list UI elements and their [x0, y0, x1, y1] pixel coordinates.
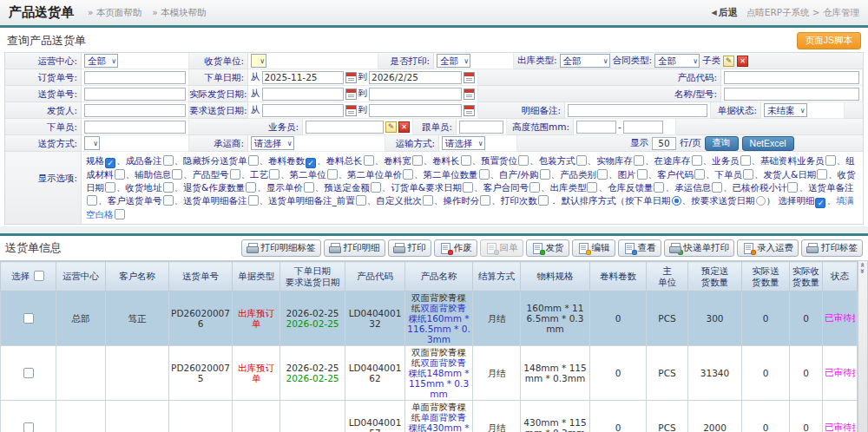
operation-center-select[interactable]: 全部∨ — [84, 54, 118, 68]
order-date-to-input[interactable] — [369, 71, 462, 84]
display-option-checkbox[interactable] — [87, 195, 97, 206]
display-option-checkbox[interactable] — [172, 169, 182, 180]
display-option-checkbox[interactable] — [540, 169, 550, 180]
salesman-input[interactable] — [306, 121, 384, 134]
row-checkbox[interactable] — [23, 368, 34, 378]
ship-button[interactable]: 发货 — [526, 239, 569, 257]
netexcel-button[interactable]: NetExcel — [742, 136, 794, 151]
display-option-checkbox[interactable] — [538, 195, 549, 206]
detail-remark-input[interactable] — [568, 104, 707, 117]
select-detail-checkbox[interactable] — [815, 198, 825, 208]
express-print-button[interactable]: 快递单打印 — [664, 239, 735, 257]
display-option-checkbox[interactable] — [269, 169, 279, 180]
calendar-icon[interactable] — [464, 88, 475, 100]
calendar-icon[interactable] — [345, 72, 357, 83]
display-option-checkbox[interactable] — [479, 169, 490, 180]
display-option-checkbox[interactable] — [304, 182, 314, 193]
display-option-checkbox[interactable] — [248, 195, 259, 206]
contract-type-select[interactable]: 全部∨ — [654, 54, 700, 68]
display-option-checkbox[interactable] — [743, 169, 753, 180]
display-option-checkbox[interactable] — [637, 169, 648, 180]
display-option-checkbox[interactable] — [246, 182, 256, 193]
display-option-checkbox[interactable] — [587, 182, 597, 193]
display-option-checkbox[interactable] — [248, 155, 259, 166]
display-option-checkbox[interactable] — [163, 182, 174, 193]
display-option-checkbox[interactable] — [597, 169, 608, 180]
required-date-to-input[interactable] — [369, 104, 462, 117]
display-option-checkbox[interactable] — [163, 155, 174, 166]
display-option-checkbox[interactable] — [463, 182, 473, 193]
delivery-method-select[interactable]: ∨ — [84, 136, 100, 150]
view-button[interactable]: 查看 — [618, 239, 661, 257]
display-option-checkbox[interactable] — [412, 155, 423, 166]
display-option-checkbox[interactable] — [712, 182, 722, 193]
receiver-select[interactable]: ∨ — [251, 54, 266, 68]
display-option-checkbox[interactable] — [694, 169, 705, 180]
sort-by-order-date-radio[interactable] — [672, 196, 681, 206]
display-option-checkbox[interactable] — [825, 155, 836, 166]
print-label-button[interactable]: 打印标签 — [801, 239, 863, 257]
height-max-input[interactable] — [623, 121, 663, 134]
delivery-no-input[interactable] — [84, 88, 186, 101]
page-help-link[interactable]: » 本页面帮助 — [88, 7, 141, 19]
shipper-input[interactable] — [84, 104, 186, 117]
display-option-checkbox[interactable] — [461, 155, 471, 166]
calendar-icon[interactable] — [464, 105, 475, 116]
freight-entry-button[interactable]: 录入运费 — [737, 239, 799, 257]
actual-ship-date-from-input[interactable] — [262, 88, 344, 101]
print-button[interactable]: 打印 — [388, 239, 431, 257]
is-printed-select[interactable]: 全部∨ — [437, 54, 470, 68]
back-button[interactable]: ◀后退 — [712, 6, 738, 19]
display-option-checkbox[interactable] — [787, 182, 798, 193]
carrier-select[interactable]: 请选择∨ — [251, 136, 294, 150]
calendar-icon[interactable] — [345, 88, 357, 100]
display-option-checkbox[interactable] — [105, 158, 115, 168]
height-min-input[interactable] — [576, 121, 616, 134]
display-option-checkbox[interactable] — [105, 182, 115, 193]
display-option-checkbox[interactable] — [576, 155, 587, 166]
name-model-input[interactable] — [724, 88, 859, 101]
required-date-from-input[interactable] — [262, 104, 344, 117]
sort-by-required-date-radio[interactable] — [756, 196, 766, 206]
display-option-checkbox[interactable] — [356, 195, 366, 206]
edit-button[interactable]: 编辑 — [572, 239, 615, 257]
display-option-checkbox[interactable] — [654, 182, 664, 193]
merchandiser-input[interactable] — [459, 121, 503, 134]
display-option-checkbox[interactable] — [364, 155, 374, 166]
edit-icon[interactable]: ✎ — [385, 121, 397, 133]
display-option-checkbox[interactable] — [163, 195, 174, 206]
display-option-checkbox[interactable] — [518, 155, 529, 166]
rows-per-page-input[interactable] — [652, 137, 676, 150]
calendar-icon[interactable] — [464, 72, 475, 83]
display-option-checkbox[interactable] — [529, 182, 540, 193]
display-option-checkbox[interactable] — [634, 155, 644, 166]
order-no-input[interactable] — [84, 71, 186, 84]
order-clerk-input[interactable] — [84, 121, 186, 134]
display-option-checkbox[interactable] — [371, 182, 381, 193]
outbound-type-select[interactable]: 全部∨ — [560, 54, 610, 68]
clear-icon[interactable]: ✕ — [737, 56, 748, 67]
display-option-checkbox[interactable] — [817, 169, 827, 180]
page-js-script-button[interactable]: 页面JS脚本 — [797, 32, 861, 49]
display-option-checkbox[interactable] — [692, 155, 702, 166]
select-all-checkbox[interactable] — [34, 271, 44, 281]
display-option-checkbox[interactable] — [306, 158, 316, 168]
collapse-columns-strip[interactable]: « « — [858, 261, 868, 432]
search-button[interactable]: 查询 — [705, 136, 739, 151]
display-option-checkbox[interactable] — [230, 169, 240, 180]
fill-blank-checkbox[interactable] — [115, 209, 125, 219]
print-detail-button[interactable]: 打印明细 — [324, 239, 385, 257]
product-code-input[interactable] — [724, 71, 859, 84]
display-option-checkbox[interactable] — [423, 195, 433, 206]
clear-icon[interactable]: ✕ — [398, 121, 410, 133]
void-button[interactable]: 作废 — [434, 239, 477, 257]
row-checkbox[interactable] — [23, 422, 34, 432]
calendar-icon[interactable] — [345, 105, 357, 116]
transport-method-select[interactable]: 请选择∨ — [442, 136, 485, 150]
print-detail-label-button[interactable]: 打印明细标签 — [241, 239, 321, 257]
display-option-checkbox[interactable] — [115, 169, 125, 180]
display-option-checkbox[interactable] — [740, 155, 751, 166]
actual-ship-date-to-input[interactable] — [369, 88, 462, 101]
display-option-checkbox[interactable] — [480, 195, 490, 206]
module-help-link[interactable]: » 本模块帮助 — [152, 7, 206, 19]
